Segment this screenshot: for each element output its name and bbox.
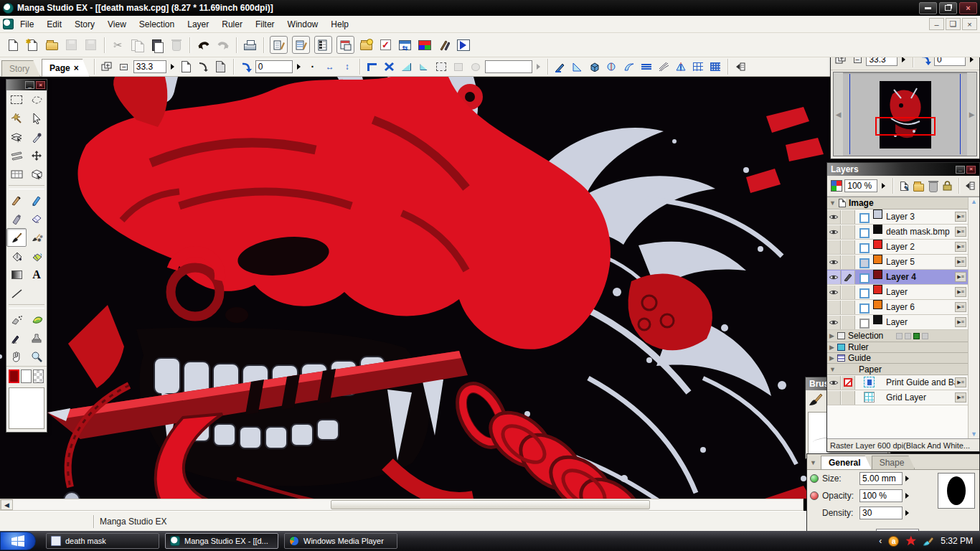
new-layer-icon[interactable]: ✎	[897, 178, 910, 194]
visibility-cell[interactable]	[827, 255, 841, 269]
opacity-dynamics-led[interactable]	[810, 491, 819, 500]
object-select-tool[interactable]	[27, 109, 47, 128]
draw-target-cell[interactable]	[842, 210, 855, 224]
page-list-toggle-icon[interactable]	[292, 36, 310, 54]
layer-menu-icon[interactable]: ▶≡	[955, 272, 966, 282]
layers-menu-icon[interactable]	[963, 178, 976, 194]
scroll-up-icon[interactable]: ▲	[971, 198, 977, 205]
visibility-cell[interactable]	[827, 376, 841, 390]
flip-horizontal-icon[interactable]: ↔	[322, 59, 338, 75]
lock-layer-icon[interactable]	[941, 178, 954, 194]
layer-menu-icon[interactable]: ▶≡	[955, 257, 966, 267]
hand-tool[interactable]	[6, 347, 27, 366]
menu-story[interactable]: Story	[68, 17, 101, 32]
line-tool[interactable]	[6, 284, 27, 303]
open-icon[interactable]	[43, 36, 61, 54]
rotate-icon[interactable]	[238, 59, 254, 75]
undo-icon[interactable]	[194, 36, 212, 54]
rect-select-tool[interactable]	[6, 90, 27, 109]
draw-target-cell[interactable]	[842, 270, 855, 284]
draw-target-cell[interactable]	[842, 391, 855, 405]
density-arrow[interactable]	[905, 510, 909, 516]
layer-row[interactable]: death mask.bmp ▶≡	[827, 225, 979, 240]
visibility-cell[interactable]	[827, 240, 841, 254]
zoom-menu-arrow[interactable]	[171, 64, 174, 70]
layer-opacity-arrow[interactable]	[882, 183, 885, 189]
layer-menu-icon[interactable]: ▶≡	[955, 377, 966, 387]
layer-menu-icon[interactable]: ▶≡	[955, 317, 966, 327]
tab-general[interactable]: General	[821, 456, 872, 469]
restore-button[interactable]	[939, 2, 957, 14]
menu-selection[interactable]: Selection	[133, 17, 181, 32]
paper-layer-row[interactable]: Grid Layer ▶≡	[827, 390, 979, 405]
new-page-icon[interactable]	[4, 36, 22, 54]
layer-row[interactable]: Layer 6 ▶≡	[827, 300, 979, 315]
layer-section-guide[interactable]: ▶Guide	[827, 353, 979, 364]
rotation-input[interactable]	[255, 60, 293, 73]
zoom-fit-icon[interactable]	[99, 59, 115, 75]
new-folder-icon[interactable]	[912, 178, 925, 194]
nav-scroll-right-icon[interactable]: ▶	[967, 72, 976, 156]
expand-panel-icon[interactable]	[732, 59, 748, 75]
lasso-tool[interactable]	[27, 90, 47, 109]
marquee-snap-icon[interactable]	[433, 59, 449, 75]
layers-close-button[interactable]: ×	[966, 166, 976, 174]
tray-brush-icon[interactable]	[923, 536, 934, 547]
layer-section-paper[interactable]: ▼Paper	[827, 364, 979, 375]
draw-target-cell[interactable]	[842, 240, 855, 254]
eraser-tool[interactable]	[27, 209, 47, 228]
story-editor-toggle-icon[interactable]	[270, 36, 288, 54]
radial-ruler-icon[interactable]	[656, 59, 672, 75]
minimize-button[interactable]	[919, 2, 937, 14]
flip-vertical-icon[interactable]: ↕	[339, 59, 355, 75]
layer-select-tool[interactable]	[6, 128, 27, 146]
visibility-cell[interactable]	[827, 316, 841, 329]
size-dynamics-led[interactable]	[810, 474, 819, 483]
next-page-icon[interactable]	[213, 59, 229, 75]
airbrush-tool[interactable]	[6, 310, 27, 329]
cube-icon[interactable]	[587, 59, 603, 75]
start-button[interactable]	[0, 532, 36, 550]
hscroll-thumb[interactable]	[331, 500, 650, 509]
layers-toggle-icon[interactable]	[314, 36, 332, 54]
gradient-tool[interactable]	[6, 265, 27, 284]
pen-settings-icon[interactable]	[435, 36, 453, 54]
snap-guide-icon[interactable]	[416, 59, 432, 75]
text-tool[interactable]: A	[27, 265, 47, 284]
taskbar-item-wmp[interactable]: Windows Media Player	[284, 533, 397, 549]
density-input[interactable]	[859, 507, 903, 519]
toolbox-close-button[interactable]: ×	[36, 81, 45, 89]
pencil-tool[interactable]	[27, 191, 47, 209]
size-input[interactable]	[859, 472, 903, 485]
print-icon[interactable]	[241, 36, 259, 54]
menu-ruler[interactable]: Ruler	[215, 17, 249, 32]
pattern-brush-tool[interactable]: ✱✱	[27, 228, 47, 247]
tray-expand-icon[interactable]: ‹	[879, 536, 882, 546]
paste-icon[interactable]	[148, 36, 166, 54]
grid-large-icon[interactable]	[707, 59, 723, 75]
parallel-ruler-icon[interactable]	[639, 59, 654, 75]
main-color-swatch[interactable]	[9, 369, 19, 383]
nav-scroll-left-icon[interactable]: ◀	[834, 72, 843, 156]
tab-shape[interactable]: Shape	[872, 456, 915, 469]
move-tool[interactable]	[27, 146, 47, 165]
pen-ruler-icon[interactable]	[552, 59, 568, 75]
ruler-corner-icon[interactable]	[364, 59, 380, 75]
run-story-icon[interactable]	[454, 36, 472, 54]
color-settings-icon[interactable]	[415, 36, 433, 54]
visibility-cell[interactable]	[827, 286, 841, 299]
pattern-fill-tool[interactable]	[27, 247, 47, 265]
tool-preset-arrow[interactable]	[537, 64, 540, 70]
snap-ruler-icon[interactable]	[399, 59, 415, 75]
layer-row[interactable]: Layer 2 ▶≡	[827, 240, 979, 255]
grid-small-icon[interactable]	[690, 59, 706, 75]
opacity-input[interactable]	[859, 489, 903, 502]
toolbox-minimize-button[interactable]: _	[25, 81, 34, 89]
panel-knife-tool[interactable]	[6, 146, 27, 165]
layer-menu-icon[interactable]: ▶≡	[955, 227, 966, 237]
compass-icon[interactable]	[604, 59, 620, 75]
visibility-cell[interactable]	[827, 270, 841, 284]
zoom-input[interactable]	[133, 60, 166, 73]
mdi-restore-button[interactable]: ❏	[946, 18, 961, 30]
layer-menu-icon[interactable]: ▶≡	[955, 392, 966, 402]
